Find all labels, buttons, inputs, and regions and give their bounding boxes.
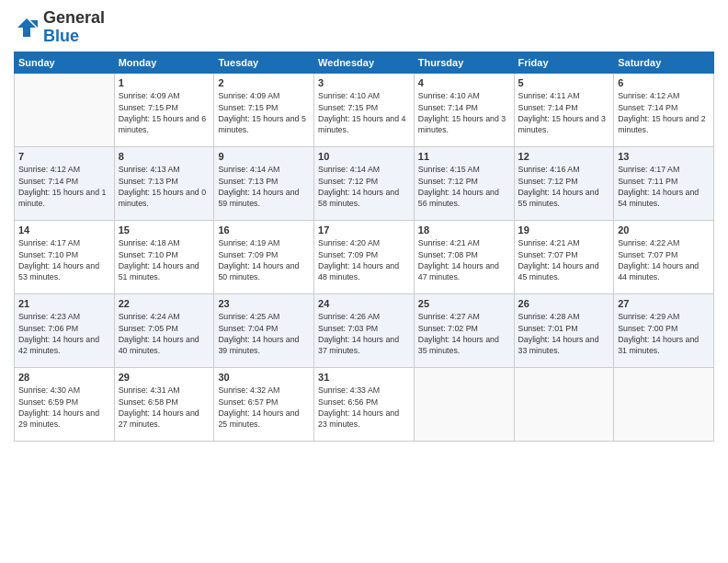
calendar-cell: 29Sunrise: 4:31 AMSunset: 6:58 PMDayligh… [114, 367, 214, 441]
day-info: Sunrise: 4:11 AMSunset: 7:14 PMDaylight:… [518, 90, 610, 135]
calendar-week-row: 21Sunrise: 4:23 AMSunset: 7:06 PMDayligh… [15, 293, 714, 367]
day-info: Sunrise: 4:32 AMSunset: 6:57 PMDaylight:… [218, 385, 310, 430]
logo-text: GeneralBlue [43, 9, 105, 46]
day-info: Sunrise: 4:25 AMSunset: 7:04 PMDaylight:… [218, 311, 310, 356]
calendar-cell: 5Sunrise: 4:11 AMSunset: 7:14 PMDaylight… [514, 73, 614, 146]
weekday-header-tuesday: Tuesday [214, 52, 314, 73]
day-info: Sunrise: 4:29 AMSunset: 7:00 PMDaylight:… [618, 311, 710, 356]
weekday-header-wednesday: Wednesday [314, 52, 415, 73]
day-number: 21 [18, 297, 110, 311]
page: GeneralBlue SundayMondayTuesdayWednesday… [0, 0, 728, 563]
calendar-cell: 21Sunrise: 4:23 AMSunset: 7:06 PMDayligh… [15, 293, 115, 367]
day-number: 11 [418, 150, 510, 164]
day-info: Sunrise: 4:16 AMSunset: 7:12 PMDaylight:… [518, 164, 610, 209]
day-info: Sunrise: 4:28 AMSunset: 7:01 PMDaylight:… [518, 311, 610, 356]
day-number: 2 [218, 76, 310, 90]
calendar-cell: 15Sunrise: 4:18 AMSunset: 7:10 PMDayligh… [114, 220, 214, 293]
day-number: 17 [318, 224, 410, 237]
day-info: Sunrise: 4:14 AMSunset: 7:13 PMDaylight:… [218, 164, 310, 209]
calendar-cell: 14Sunrise: 4:17 AMSunset: 7:10 PMDayligh… [15, 220, 115, 293]
calendar-cell [414, 367, 514, 441]
calendar-week-row: 7Sunrise: 4:12 AMSunset: 7:14 PMDaylight… [15, 146, 714, 220]
calendar-cell: 18Sunrise: 4:21 AMSunset: 7:08 PMDayligh… [414, 220, 514, 293]
day-info: Sunrise: 4:17 AMSunset: 7:11 PMDaylight:… [618, 164, 710, 209]
day-info: Sunrise: 4:09 AMSunset: 7:15 PMDaylight:… [119, 90, 210, 135]
calendar-cell: 24Sunrise: 4:26 AMSunset: 7:03 PMDayligh… [314, 293, 415, 367]
calendar-cell: 13Sunrise: 4:17 AMSunset: 7:11 PMDayligh… [614, 146, 714, 220]
day-number: 9 [218, 150, 310, 164]
logo: GeneralBlue [14, 9, 105, 46]
calendar-cell: 16Sunrise: 4:19 AMSunset: 7:09 PMDayligh… [214, 220, 314, 293]
calendar-cell: 23Sunrise: 4:25 AMSunset: 7:04 PMDayligh… [214, 293, 314, 367]
day-number: 27 [618, 297, 710, 311]
calendar-cell: 10Sunrise: 4:14 AMSunset: 7:12 PMDayligh… [314, 146, 415, 220]
weekday-header-thursday: Thursday [414, 52, 514, 73]
calendar-week-row: 28Sunrise: 4:30 AMSunset: 6:59 PMDayligh… [15, 367, 714, 441]
day-number: 8 [119, 150, 210, 164]
calendar-cell: 28Sunrise: 4:30 AMSunset: 6:59 PMDayligh… [15, 367, 115, 441]
day-info: Sunrise: 4:21 AMSunset: 7:08 PMDaylight:… [418, 237, 510, 282]
calendar-cell: 4Sunrise: 4:10 AMSunset: 7:14 PMDaylight… [414, 73, 514, 146]
calendar-week-row: 14Sunrise: 4:17 AMSunset: 7:10 PMDayligh… [15, 220, 714, 293]
day-number: 7 [18, 150, 110, 164]
day-number: 18 [418, 224, 510, 237]
day-info: Sunrise: 4:33 AMSunset: 6:56 PMDaylight:… [318, 385, 410, 430]
calendar-cell: 1Sunrise: 4:09 AMSunset: 7:15 PMDaylight… [114, 73, 214, 146]
day-number: 29 [119, 371, 210, 385]
day-info: Sunrise: 4:10 AMSunset: 7:15 PMDaylight:… [318, 90, 410, 135]
day-number: 5 [518, 76, 610, 90]
day-number: 19 [518, 224, 610, 237]
day-number: 28 [18, 371, 110, 385]
day-number: 31 [318, 371, 410, 385]
day-number: 14 [18, 224, 110, 237]
calendar-cell: 19Sunrise: 4:21 AMSunset: 7:07 PMDayligh… [514, 220, 614, 293]
calendar-cell: 31Sunrise: 4:33 AMSunset: 6:56 PMDayligh… [314, 367, 415, 441]
weekday-header-friday: Friday [514, 52, 614, 73]
calendar-cell: 17Sunrise: 4:20 AMSunset: 7:09 PMDayligh… [314, 220, 415, 293]
weekday-header-sunday: Sunday [15, 52, 115, 73]
day-info: Sunrise: 4:30 AMSunset: 6:59 PMDaylight:… [18, 385, 110, 430]
calendar-cell: 25Sunrise: 4:27 AMSunset: 7:02 PMDayligh… [414, 293, 514, 367]
header: GeneralBlue [14, 9, 714, 46]
day-info: Sunrise: 4:14 AMSunset: 7:12 PMDaylight:… [318, 164, 410, 209]
day-number: 23 [218, 297, 310, 311]
logo-icon [14, 15, 40, 40]
day-info: Sunrise: 4:10 AMSunset: 7:14 PMDaylight:… [418, 90, 510, 135]
day-number: 4 [418, 76, 510, 90]
calendar-table: SundayMondayTuesdayWednesdayThursdayFrid… [14, 52, 714, 442]
day-info: Sunrise: 4:19 AMSunset: 7:09 PMDaylight:… [218, 237, 310, 282]
calendar-cell: 22Sunrise: 4:24 AMSunset: 7:05 PMDayligh… [114, 293, 214, 367]
day-number: 20 [618, 224, 710, 237]
day-number: 26 [518, 297, 610, 311]
day-info: Sunrise: 4:31 AMSunset: 6:58 PMDaylight:… [119, 385, 210, 430]
day-number: 22 [119, 297, 210, 311]
weekday-header-row: SundayMondayTuesdayWednesdayThursdayFrid… [15, 52, 714, 73]
day-info: Sunrise: 4:15 AMSunset: 7:12 PMDaylight:… [418, 164, 510, 209]
day-info: Sunrise: 4:21 AMSunset: 7:07 PMDaylight:… [518, 237, 610, 282]
calendar-cell: 7Sunrise: 4:12 AMSunset: 7:14 PMDaylight… [15, 146, 115, 220]
weekday-header-saturday: Saturday [614, 52, 714, 73]
day-info: Sunrise: 4:26 AMSunset: 7:03 PMDaylight:… [318, 311, 410, 356]
calendar-cell: 6Sunrise: 4:12 AMSunset: 7:14 PMDaylight… [614, 73, 714, 146]
day-info: Sunrise: 4:17 AMSunset: 7:10 PMDaylight:… [18, 237, 110, 282]
day-info: Sunrise: 4:23 AMSunset: 7:06 PMDaylight:… [18, 311, 110, 356]
calendar-cell: 30Sunrise: 4:32 AMSunset: 6:57 PMDayligh… [214, 367, 314, 441]
day-number: 30 [218, 371, 310, 385]
calendar-week-row: 1Sunrise: 4:09 AMSunset: 7:15 PMDaylight… [15, 73, 714, 146]
calendar-cell: 2Sunrise: 4:09 AMSunset: 7:15 PMDaylight… [214, 73, 314, 146]
day-info: Sunrise: 4:09 AMSunset: 7:15 PMDaylight:… [218, 90, 310, 135]
day-info: Sunrise: 4:20 AMSunset: 7:09 PMDaylight:… [318, 237, 410, 282]
day-number: 13 [618, 150, 710, 164]
day-info: Sunrise: 4:18 AMSunset: 7:10 PMDaylight:… [119, 237, 210, 282]
calendar-cell: 20Sunrise: 4:22 AMSunset: 7:07 PMDayligh… [614, 220, 714, 293]
calendar-cell: 8Sunrise: 4:13 AMSunset: 7:13 PMDaylight… [114, 146, 214, 220]
calendar-cell: 12Sunrise: 4:16 AMSunset: 7:12 PMDayligh… [514, 146, 614, 220]
day-number: 24 [318, 297, 410, 311]
weekday-header-monday: Monday [114, 52, 214, 73]
calendar-cell: 3Sunrise: 4:10 AMSunset: 7:15 PMDaylight… [314, 73, 415, 146]
day-info: Sunrise: 4:13 AMSunset: 7:13 PMDaylight:… [119, 164, 210, 209]
day-number: 15 [119, 224, 210, 237]
day-number: 12 [518, 150, 610, 164]
day-number: 25 [418, 297, 510, 311]
calendar-cell [15, 73, 115, 146]
